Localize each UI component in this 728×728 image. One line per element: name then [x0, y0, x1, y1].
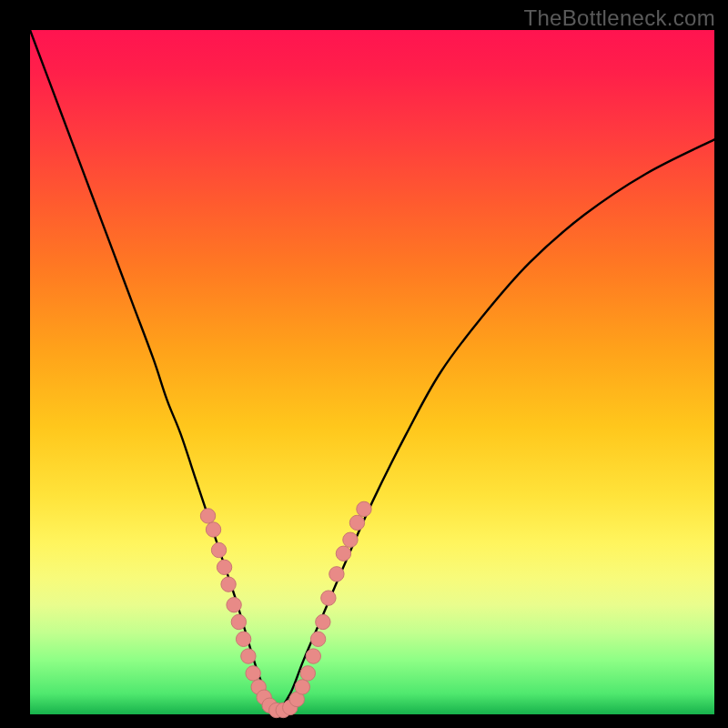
marker-dot	[295, 680, 309, 694]
marker-dot	[211, 542, 226, 557]
marker-dot	[200, 509, 215, 523]
marker-dot	[336, 546, 350, 561]
marker-dot	[306, 649, 320, 663]
chart-svg	[30, 30, 714, 714]
watermark-text: TheBottleneck.com	[523, 5, 715, 31]
marker-dot	[231, 614, 246, 629]
marker-dot	[236, 632, 250, 646]
marker-dot	[300, 666, 315, 681]
marker-dot	[321, 591, 336, 605]
marker-dot	[217, 560, 231, 574]
marker-dot	[206, 522, 220, 537]
marker-dot	[349, 515, 364, 530]
marker-dot	[221, 577, 236, 592]
marker-dot	[246, 666, 260, 681]
highlight-dots	[200, 501, 371, 717]
marker-dot	[357, 501, 371, 516]
marker-dot	[241, 649, 256, 663]
marker-dot	[316, 614, 330, 629]
marker-dot	[227, 597, 241, 612]
bottleneck-curve	[30, 30, 714, 711]
marker-dot	[343, 532, 358, 547]
plot-area	[30, 30, 714, 714]
marker-dot	[310, 632, 325, 646]
chart-stage: TheBottleneck.com	[0, 0, 728, 728]
marker-dot	[329, 567, 344, 581]
